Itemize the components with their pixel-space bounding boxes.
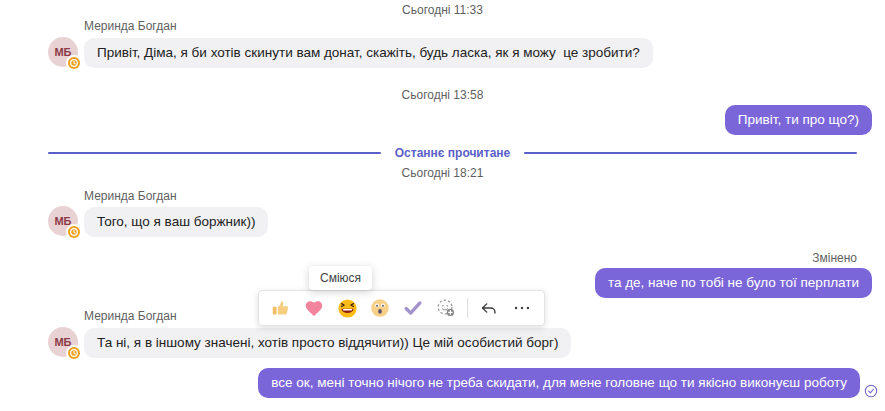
message-bubble[interactable]: та де, наче по тобі не було тої перплати: [595, 268, 872, 298]
thumbs-up-icon: [270, 297, 292, 319]
reply-arrow-icon: [478, 297, 500, 319]
message-bubble[interactable]: Привіт, Діма, я би хотів скинути вам дон…: [84, 38, 653, 68]
avatar[interactable]: МБ: [48, 206, 78, 236]
sender-name: Меринда Богдан: [84, 309, 177, 323]
reaction-bar: [258, 290, 545, 326]
edited-label: Змінено: [812, 251, 857, 265]
divider-line: [524, 152, 857, 154]
delivered-check-icon: [864, 384, 878, 398]
reaction-bar-divider: [467, 298, 468, 318]
reaction-tooltip: Сміюся: [309, 266, 372, 290]
avatar[interactable]: МБ: [48, 327, 78, 357]
reaction-laughing-button[interactable]: [335, 296, 359, 320]
date-header: Сьогодні 11:33: [0, 3, 885, 17]
message-bubble[interactable]: Того, що я ваш боржник)): [84, 207, 268, 237]
date-header: Сьогодні 13:58: [0, 88, 885, 102]
message-bubble[interactable]: Привіт, ти про що?): [725, 105, 872, 135]
away-clock-icon: [66, 224, 82, 240]
sender-name: Меринда Богдан: [84, 19, 177, 33]
laughing-icon: [336, 297, 359, 320]
read-divider: Останнє прочитане: [48, 146, 857, 160]
divider-line: [48, 152, 381, 154]
avatar[interactable]: МБ: [48, 37, 78, 67]
sender-name: Меринда Богдан: [84, 189, 177, 203]
add-reaction-icon: [435, 297, 457, 319]
more-options-icon: [511, 297, 533, 319]
reaction-thumbs-up-button[interactable]: [269, 296, 293, 320]
message-bubble[interactable]: все ок, мені точно нічого не треба скида…: [258, 368, 860, 398]
heart-icon: [303, 297, 325, 319]
away-clock-icon: [66, 345, 82, 361]
reply-button[interactable]: [477, 296, 501, 320]
surprised-icon: [369, 297, 391, 319]
more-options-button[interactable]: [510, 296, 534, 320]
reaction-checkmark-button[interactable]: [401, 296, 425, 320]
checkmark-icon: [402, 297, 424, 319]
message-bubble[interactable]: Та ні, я в іншому значені, хотів просто …: [84, 328, 571, 358]
read-divider-label: Останнє прочитане: [395, 146, 510, 160]
chat-message-pane: Сьогодні 11:33 Меринда Богдан МБ Привіт,…: [0, 0, 885, 411]
add-reaction-button[interactable]: [434, 296, 458, 320]
reaction-surprised-button[interactable]: [368, 296, 392, 320]
date-header: Сьогодні 18:21: [0, 166, 885, 180]
reaction-heart-button[interactable]: [302, 296, 326, 320]
away-clock-icon: [66, 55, 82, 71]
